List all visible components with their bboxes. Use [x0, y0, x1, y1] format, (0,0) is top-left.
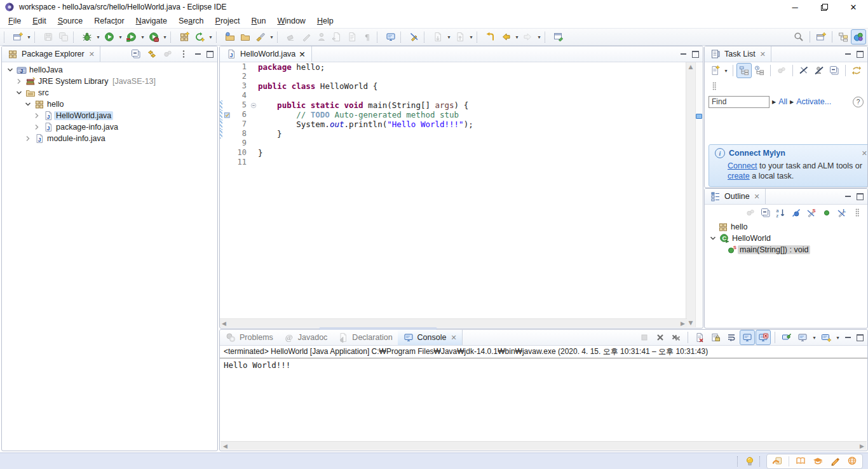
toolbar-group-handle[interactable] — [477, 32, 480, 43]
minimize-button[interactable] — [192, 49, 203, 59]
fold-collapse-icon[interactable] — [249, 102, 258, 109]
save-all-button[interactable] — [56, 29, 71, 44]
dropdown-arrow-icon[interactable]: ▾ — [139, 34, 146, 40]
focus-button[interactable] — [160, 46, 175, 62]
tree-item-jre-system-library[interactable]: JRE System Library [JavaSE-13] — [2, 76, 217, 87]
tab-package-explorer[interactable]: Package Explorer ✕ — [2, 46, 100, 62]
toolbar-group-handle[interactable] — [216, 32, 219, 43]
pin-console-button[interactable] — [779, 330, 794, 345]
hide-static-button[interactable]: S — [804, 205, 819, 221]
new-task-button[interactable] — [707, 63, 722, 78]
dropdown-arrow-icon[interactable]: ▾ — [536, 34, 543, 40]
menu-edit[interactable]: Edit — [27, 15, 52, 27]
categorized-button[interactable] — [736, 63, 752, 78]
menu-file[interactable]: File — [3, 15, 27, 27]
last-edit-location-button[interactable] — [483, 29, 498, 44]
link-with-editor-button[interactable] — [144, 46, 159, 62]
create-link[interactable]: create — [728, 172, 750, 180]
minimize-button[interactable] — [842, 49, 853, 59]
sash-handle[interactable] — [319, 327, 437, 330]
dropdown-arrow-icon[interactable]: ▾ — [834, 335, 841, 341]
code-line-1[interactable]: 1package hello; — [220, 62, 686, 72]
sort-button[interactable]: az — [773, 205, 789, 221]
hide-locals-button[interactable]: L — [834, 205, 850, 221]
globe-button[interactable] — [846, 455, 858, 468]
folder-button[interactable] — [238, 29, 253, 44]
minimize-button[interactable] — [677, 49, 689, 59]
open-console-button[interactable] — [818, 330, 834, 345]
menu-source[interactable]: Source — [52, 15, 89, 27]
dropdown-arrow-icon[interactable]: ▾ — [513, 34, 520, 40]
code-line-2[interactable]: 2 — [220, 72, 686, 81]
new-task-window-button[interactable] — [551, 29, 566, 44]
tab-helloworld-java[interactable]: J HelloWorld.java ✕ — [220, 46, 312, 62]
open-perspective-button[interactable] — [813, 29, 829, 44]
tree-item-helloworld[interactable]: CHelloWorld — [705, 233, 867, 244]
back-arrow-button[interactable] — [498, 29, 513, 44]
show-public-button[interactable] — [819, 205, 834, 221]
scroll-lock-button[interactable] — [708, 330, 723, 345]
focus-button[interactable] — [774, 63, 789, 78]
tab-console[interactable]: Console✕ — [398, 330, 463, 345]
remove-all-terminated-button[interactable] — [668, 330, 684, 345]
menu-project[interactable]: Project — [210, 15, 246, 27]
synchronize-button[interactable] — [849, 63, 864, 78]
open-type-button[interactable] — [192, 29, 207, 44]
import-folder-button[interactable] — [222, 29, 238, 44]
debug-perspective-button[interactable] — [836, 29, 851, 44]
tree-item-hello[interactable]: hello — [2, 99, 217, 110]
toolbar-group-handle[interactable] — [34, 32, 37, 43]
minimize-button[interactable] — [842, 332, 853, 343]
tab-javadoc[interactable]: @Javadoc — [278, 330, 333, 345]
tree-item-helloworld-java[interactable]: JHelloWorld.java — [2, 110, 217, 121]
display-console-button[interactable] — [795, 330, 810, 345]
menu-navigate[interactable]: Navigate — [130, 15, 173, 27]
collapse-arrow-icon[interactable] — [707, 233, 719, 244]
overview-ruler[interactable] — [695, 62, 703, 327]
prev-annotation-button[interactable] — [452, 29, 468, 44]
toolbar-group-handle[interactable] — [424, 32, 427, 43]
word-wrap-button[interactable] — [724, 330, 739, 345]
maximize-button[interactable] — [204, 49, 215, 59]
java-perspective-button[interactable] — [851, 29, 866, 44]
restore-button[interactable] — [810, 0, 839, 14]
chevron-right-icon[interactable]: ▶ — [772, 99, 776, 105]
activate-link[interactable]: Activate... — [796, 97, 831, 106]
dropdown-arrow-icon[interactable]: ▾ — [117, 34, 124, 40]
code-line-10[interactable]: 10} — [220, 148, 686, 158]
search-button[interactable] — [791, 29, 806, 44]
code-line-9[interactable]: 9 — [220, 139, 686, 148]
maximize-button[interactable] — [854, 49, 865, 59]
toolbar-group-handle[interactable] — [400, 32, 403, 43]
save-button[interactable] — [41, 29, 56, 44]
overflow-dots-button[interactable] — [850, 205, 865, 221]
connect-link[interactable]: Connect — [728, 161, 757, 170]
collapse-all-button[interactable] — [128, 46, 144, 62]
filter-all-link[interactable]: All — [778, 97, 787, 106]
new-wizard-button[interactable] — [10, 29, 25, 44]
forward-arrow-button[interactable] — [520, 29, 536, 44]
expand-arrow-icon[interactable] — [31, 110, 43, 121]
coverage-button[interactable] — [124, 29, 139, 44]
collapse-arrow-icon[interactable] — [22, 99, 34, 110]
tree-item-module-info-java[interactable]: Jmodule-info.java — [2, 133, 217, 144]
horizontal-scrollbar[interactable]: ◀▶ — [220, 441, 867, 450]
tree-item-hellojava[interactable]: JhelloJava — [2, 64, 217, 76]
filter-completed-button[interactable] — [796, 63, 811, 78]
clear-console-button[interactable] — [692, 330, 707, 345]
graduation-cap-button[interactable] — [812, 455, 824, 468]
minimize-button[interactable]: ─ — [780, 0, 810, 14]
tree-item-src[interactable]: src — [2, 87, 217, 99]
find-input[interactable] — [709, 96, 770, 108]
show-on-stdout-button[interactable] — [740, 330, 755, 345]
maximize-button[interactable] — [854, 332, 865, 343]
close-icon[interactable]: ✕ — [451, 334, 456, 342]
close-icon[interactable]: ✕ — [299, 50, 305, 59]
pencil-orange-button[interactable] — [829, 455, 841, 468]
dropdown-arrow-icon[interactable]: ▾ — [161, 34, 168, 40]
code-line-11[interactable]: 11 — [220, 158, 686, 167]
close-icon[interactable]: ✕ — [760, 50, 766, 58]
tree-item-package-info-java[interactable]: Jpackage-info.java — [2, 121, 217, 133]
minimize-button[interactable] — [842, 191, 853, 201]
tab-declaration[interactable]: Declaration — [332, 330, 397, 345]
